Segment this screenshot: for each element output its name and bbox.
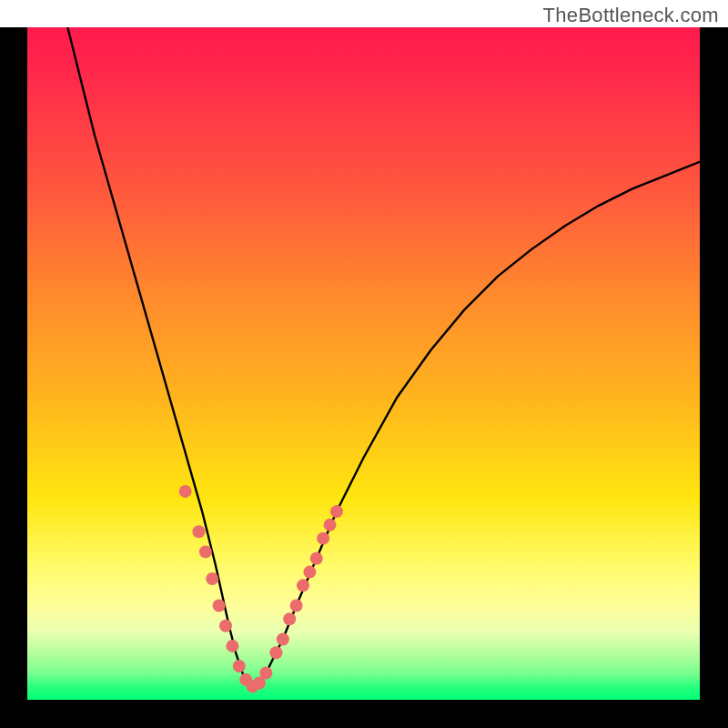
curve-dot [324, 519, 337, 531]
curve-dot [213, 600, 226, 612]
watermark-text: TheBottleneck.com [543, 4, 719, 27]
curve-dot [330, 505, 343, 518]
curve-dot [192, 525, 205, 538]
curve-dot [219, 620, 232, 632]
chart-frame [0, 27, 728, 728]
chart-svg-overlay [27, 27, 700, 700]
curve-dot [290, 600, 303, 612]
curve-dot [283, 612, 296, 625]
curve-dot [206, 572, 218, 585]
curve-dot [179, 485, 192, 498]
curve-dot [233, 660, 246, 672]
curve-dot [310, 552, 323, 565]
bottleneck-curve-path [67, 27, 700, 686]
curve-dot [226, 640, 238, 652]
curve-dot [297, 579, 309, 592]
chart-plot-area [27, 27, 700, 700]
curve-dot [317, 532, 329, 545]
curve-dot [277, 632, 289, 645]
curve-dot [259, 666, 272, 679]
curve-dot [269, 646, 282, 659]
bottleneck-curve [67, 27, 700, 686]
curve-dot [303, 566, 316, 579]
curve-dot [199, 545, 212, 558]
